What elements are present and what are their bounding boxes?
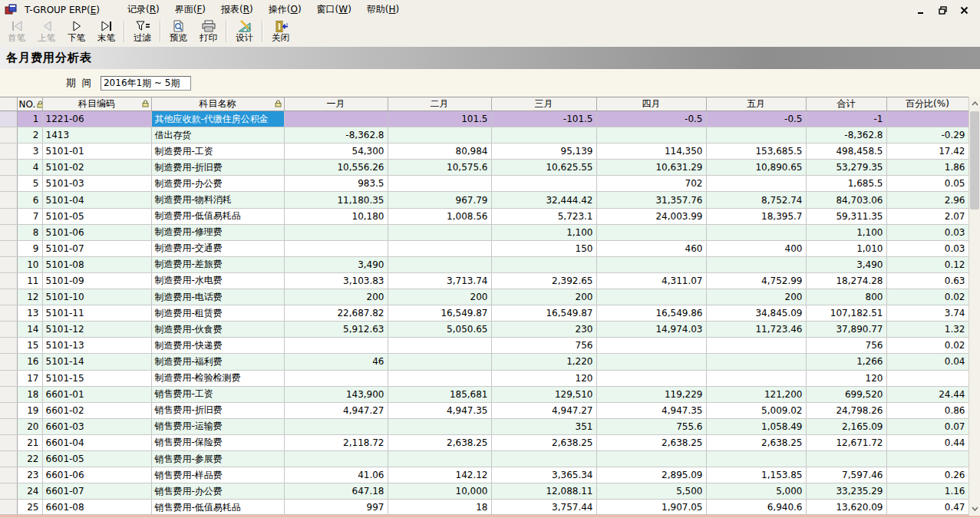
cell-m1[interactable] <box>284 240 388 256</box>
table-row[interactable]: 21413借出存货-8,362.8-8,362.8-0.29 <box>0 127 968 144</box>
cell-no[interactable]: 20 <box>17 418 42 434</box>
table-row[interactable]: 45101-02制造费用-折旧费10,556.2610,575.610,625.… <box>0 160 968 176</box>
cell-code[interactable]: 5101-13 <box>42 338 151 354</box>
cell-name[interactable]: 制造费用-快递费 <box>151 338 284 354</box>
cell-m1[interactable]: 200 <box>284 289 388 305</box>
row-margin-cell[interactable] <box>0 224 17 240</box>
cell-total[interactable]: 1,100 <box>806 224 886 240</box>
cell-m2[interactable]: 101.5 <box>388 111 491 127</box>
minimize-button[interactable] <box>916 5 926 15</box>
cell-pct[interactable]: 0.07 <box>886 418 968 434</box>
cell-m3[interactable]: 12,088.11 <box>491 483 596 500</box>
cell-code[interactable]: 5101-01 <box>42 144 151 160</box>
cell-no[interactable]: 15 <box>17 338 42 354</box>
last-record-button[interactable]: 末笔 <box>91 19 121 45</box>
cell-m5[interactable] <box>706 256 806 272</box>
cell-total[interactable]: 84,703.06 <box>806 192 886 208</box>
row-margin-cell[interactable] <box>0 434 17 450</box>
cell-name[interactable]: 制造费用-福利费 <box>151 354 284 370</box>
cell-m3[interactable]: 3,365.34 <box>491 467 596 483</box>
cell-m4[interactable]: 1,907.05 <box>596 500 706 516</box>
cell-m3[interactable]: -101.5 <box>491 111 596 127</box>
cell-name[interactable]: 销售费用-工资 <box>151 386 284 402</box>
table-row[interactable]: 105101-08制造费用-差旅费3,4903,4900.12 <box>0 256 968 272</box>
cell-no[interactable]: 9 <box>17 240 42 256</box>
cell-m5[interactable] <box>706 450 806 467</box>
table-row[interactable]: 226601-05销售费用-参展费 <box>0 450 968 467</box>
cell-m4[interactable]: 24,003.99 <box>596 208 706 224</box>
row-margin-cell[interactable] <box>0 111 17 127</box>
table-row[interactable]: 256601-08销售费用-低值易耗品997183,757.441,907.05… <box>0 500 968 516</box>
cell-m3[interactable]: 2,392.65 <box>491 272 596 289</box>
restore-button[interactable] <box>937 5 948 15</box>
table-row[interactable]: 165101-14制造费用-福利费461,2201,2660.04 <box>0 354 968 370</box>
row-margin-cell[interactable] <box>0 144 17 160</box>
cell-m2[interactable] <box>388 127 491 144</box>
cell-code[interactable]: 5101-11 <box>42 305 151 322</box>
cell-m5[interactable]: -0.5 <box>706 111 806 127</box>
cell-m1[interactable]: 5,912.63 <box>284 322 388 338</box>
cell-name[interactable]: 制造费用-电话费 <box>151 289 284 305</box>
cell-pct[interactable] <box>886 370 968 386</box>
menu-item-operate[interactable]: 操作(O) <box>261 1 309 18</box>
cell-no[interactable]: 16 <box>17 354 42 370</box>
cell-m5[interactable]: 34,845.09 <box>706 305 806 322</box>
cell-m3[interactable]: 200 <box>491 289 596 305</box>
cell-m5[interactable] <box>706 224 806 240</box>
cell-m5[interactable]: 6,940.6 <box>706 500 806 516</box>
column-header-pct[interactable]: 百分比(%) <box>886 97 968 111</box>
cell-name[interactable]: 制造费用-租赁费 <box>151 305 284 322</box>
cell-no[interactable]: 5 <box>17 176 42 192</box>
row-margin-cell[interactable] <box>0 370 17 386</box>
cell-m2[interactable]: 185,681 <box>388 386 491 402</box>
cell-pct[interactable]: 2.96 <box>886 192 968 208</box>
cell-m2[interactable]: 5,050.65 <box>388 322 491 338</box>
cell-m2[interactable]: 967.79 <box>388 192 491 208</box>
row-margin-cell[interactable] <box>0 127 17 144</box>
menu-item-help[interactable]: 帮助(H) <box>359 1 407 18</box>
menu-item-interface[interactable]: 界面(F) <box>167 1 213 18</box>
scrollbar-thumb[interactable] <box>970 111 979 210</box>
cell-m1[interactable] <box>284 418 388 434</box>
row-margin-cell[interactable] <box>0 467 17 483</box>
cell-m2[interactable] <box>388 370 491 386</box>
cell-m2[interactable]: 10,000 <box>388 483 491 500</box>
cell-m3[interactable]: 351 <box>491 418 596 434</box>
cell-m4[interactable]: 2,638.25 <box>596 434 706 450</box>
cell-code[interactable]: 6601-01 <box>42 386 151 402</box>
cell-m5[interactable] <box>706 354 806 370</box>
cell-m2[interactable] <box>388 450 491 467</box>
cell-m5[interactable] <box>706 176 806 192</box>
cell-total[interactable]: 18,274.28 <box>806 272 886 289</box>
cell-m5[interactable]: 2,638.25 <box>706 434 806 450</box>
period-input[interactable] <box>101 76 191 91</box>
cell-m5[interactable] <box>706 370 806 386</box>
cell-total[interactable]: 33,235.29 <box>806 483 886 500</box>
cell-m5[interactable]: 1,058.49 <box>706 418 806 434</box>
row-margin-cell[interactable] <box>0 386 17 402</box>
cell-m3[interactable] <box>491 256 596 272</box>
cell-m3[interactable] <box>491 127 596 144</box>
cell-pct[interactable]: 0.86 <box>886 402 968 418</box>
cell-pct[interactable]: 1.32 <box>886 322 968 338</box>
cell-m1[interactable]: 10,556.26 <box>284 160 388 176</box>
table-row[interactable]: 65101-04制造费用-物料消耗11,180.35967.7932,444.4… <box>0 192 968 208</box>
column-header-name[interactable]: 科目名称 <box>151 97 284 111</box>
cell-m5[interactable] <box>706 338 806 354</box>
table-row[interactable]: 196601-02销售费用-折旧费4,947.274,947.354,947.2… <box>0 402 968 418</box>
table-row[interactable]: 246601-07销售费用-办公费647.1810,00012,088.115,… <box>0 483 968 500</box>
cell-m3[interactable]: 230 <box>491 322 596 338</box>
cell-m5[interactable]: 400 <box>706 240 806 256</box>
cell-code[interactable]: 5101-08 <box>42 256 151 272</box>
cell-no[interactable]: 24 <box>17 483 42 500</box>
cell-m1[interactable]: 997 <box>284 500 388 516</box>
cell-m5[interactable]: 121,200 <box>706 386 806 402</box>
cell-pct[interactable] <box>886 450 968 467</box>
cell-m3[interactable]: 120 <box>491 370 596 386</box>
cell-total[interactable]: -8,362.8 <box>806 127 886 144</box>
vertical-scrollbar[interactable] <box>968 97 980 516</box>
cell-m2[interactable]: 80,984 <box>388 144 491 160</box>
cell-pct[interactable]: 0.02 <box>886 289 968 305</box>
cell-m5[interactable]: 11,723.46 <box>706 322 806 338</box>
cell-code[interactable]: 6601-05 <box>42 450 151 467</box>
